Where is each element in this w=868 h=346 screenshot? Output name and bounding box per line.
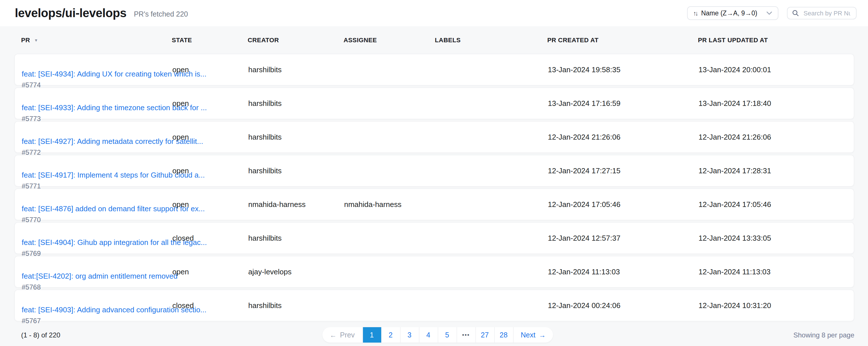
table-row: feat: [SEI-4904]: Gihub app integration … (14, 222, 854, 254)
pr-assignee: nmahida-harness (344, 200, 401, 209)
right-arrow-icon: → (539, 331, 546, 339)
table-row: feat: [SEI-4927]: Adding metadata correc… (14, 121, 854, 153)
pr-created-at: 13-Jan-2024 17:16:59 (548, 99, 620, 108)
pr-state: open (172, 267, 189, 276)
pr-created-at: 12-Jan-2024 12:57:37 (548, 234, 620, 242)
pr-created-at: 12-Jan-2024 00:24:06 (548, 301, 620, 310)
page-button-27[interactable]: 27 (475, 327, 494, 343)
sort-dropdown[interactable]: ↑↓ Name (Z→A, 9→0) (687, 6, 778, 20)
table-header-row: PR▼ STATE CREATOR ASSIGNEE LABELS PR CRE… (14, 26, 854, 54)
left-arrow-icon: ← (330, 331, 337, 339)
pr-last-updated-at: 13-Jan-2024 17:18:40 (699, 99, 771, 108)
sort-caret-icon: ▼ (34, 38, 38, 42)
pr-creator: harshilbits (248, 133, 282, 141)
page-button-3[interactable]: 3 (400, 327, 418, 343)
chevron-down-icon (767, 11, 772, 15)
column-header-pr[interactable]: PR▼ (21, 36, 38, 44)
pr-creator: harshilbits (248, 301, 282, 310)
search-input[interactable] (802, 9, 851, 17)
sort-updown-icon: ↑↓ (693, 10, 697, 17)
column-header-creator: CREATOR (248, 36, 279, 44)
pr-state: open (172, 167, 189, 175)
pr-last-updated-at: 12-Jan-2024 10:31:20 (699, 301, 771, 310)
pr-creator: harshilbits (248, 99, 282, 108)
pr-state: open (172, 99, 189, 108)
page-button-2[interactable]: 2 (381, 327, 400, 343)
table-row: feat: [SEI-4933]: Adding the timezone se… (14, 87, 854, 119)
page-button-5[interactable]: 5 (437, 327, 456, 343)
sort-dropdown-value: Name (Z→A, 9→0) (701, 10, 757, 17)
page-button-1[interactable]: 1 (362, 327, 381, 343)
pr-created-at: 12-Jan-2024 17:05:46 (548, 200, 620, 209)
pr-state: closed (172, 234, 194, 242)
table-footer: (1 - 8) of 220 ← Prev 1 2 3 4 5 ••• 27 2… (0, 327, 868, 343)
per-page-text: Showing 8 per page (553, 331, 854, 339)
pr-last-updated-at: 12-Jan-2024 17:28:31 (699, 167, 771, 175)
pr-creator: ajay-levelops (248, 267, 291, 276)
pr-creator: nmahida-harness (248, 200, 306, 209)
pr-creator: harshilbits (248, 65, 282, 74)
search-icon (792, 10, 799, 17)
prev-page-button[interactable]: ← Prev (322, 327, 362, 343)
pr-created-at: 12-Jan-2024 21:26:06 (548, 133, 620, 141)
pagination-ellipsis[interactable]: ••• (456, 327, 475, 343)
column-header-pr-created-at: PR CREATED AT (547, 36, 599, 44)
table-row: feat:[SEI-4202]: org admin entitlement r… (14, 256, 854, 288)
pr-table: PR▼ STATE CREATOR ASSIGNEE LABELS PR CRE… (0, 26, 868, 346)
pr-state: open (172, 65, 189, 74)
pr-creator: harshilbits (248, 234, 282, 242)
page-button-28[interactable]: 28 (494, 327, 513, 343)
search-box (787, 7, 857, 20)
pr-state: closed (172, 301, 194, 310)
column-header-pr-last-updated-at: PR LAST UPDATED AT (698, 36, 768, 44)
toolbar: ↑↓ Name (Z→A, 9→0) (687, 6, 857, 20)
column-header-state: STATE (172, 36, 192, 44)
table-row: feat: [SEI-4876] added on demand filter … (14, 189, 854, 221)
pr-created-at: 12-Jan-2024 17:27:15 (548, 167, 620, 175)
pr-state: open (172, 200, 189, 209)
pr-cell: feat:[SEI-4202]: org admin entitlement r… (22, 272, 178, 291)
pr-last-updated-at: 12-Jan-2024 13:33:05 (699, 234, 771, 242)
next-page-button[interactable]: Next → (513, 327, 553, 343)
page-title: levelops/ui-levelops (15, 6, 126, 20)
table-row: feat: [SEI-4917]: Implement 4 steps for … (14, 155, 854, 187)
column-header-assignee: ASSIGNEE (344, 36, 377, 44)
pagination: ← Prev 1 2 3 4 5 ••• 27 28 Next → (322, 327, 553, 343)
column-header-labels: LABELS (435, 36, 461, 44)
pr-last-updated-at: 12-Jan-2024 21:26:06 (699, 133, 771, 141)
pr-state: open (172, 133, 189, 141)
table-row: feat: [SEI-4903]: Adding advanced config… (14, 289, 854, 321)
pr-last-updated-at: 13-Jan-2024 20:00:01 (699, 65, 771, 74)
top-bar: levelops/ui-levelops PR's fetched 220 ↑↓… (0, 0, 868, 26)
pr-title-link[interactable]: feat:[SEI-4202]: org admin entitlement r… (22, 272, 178, 280)
page-button-4[interactable]: 4 (418, 327, 437, 343)
pr-number: #5767 (22, 317, 207, 325)
table-row: feat: [SEI-4934]: Adding UX for creating… (14, 54, 854, 86)
range-text: (1 - 8) of 220 (21, 331, 322, 339)
prs-fetched-count: PR's fetched 220 (134, 10, 188, 18)
pr-created-at: 12-Jan-2024 11:13:03 (548, 267, 620, 276)
pr-last-updated-at: 12-Jan-2024 17:05:46 (699, 200, 771, 209)
pr-creator: harshilbits (248, 167, 282, 175)
pr-last-updated-at: 12-Jan-2024 11:13:03 (699, 267, 771, 276)
pr-created-at: 13-Jan-2024 19:58:35 (548, 65, 620, 74)
pr-list-page: levelops/ui-levelops PR's fetched 220 ↑↓… (0, 0, 868, 346)
